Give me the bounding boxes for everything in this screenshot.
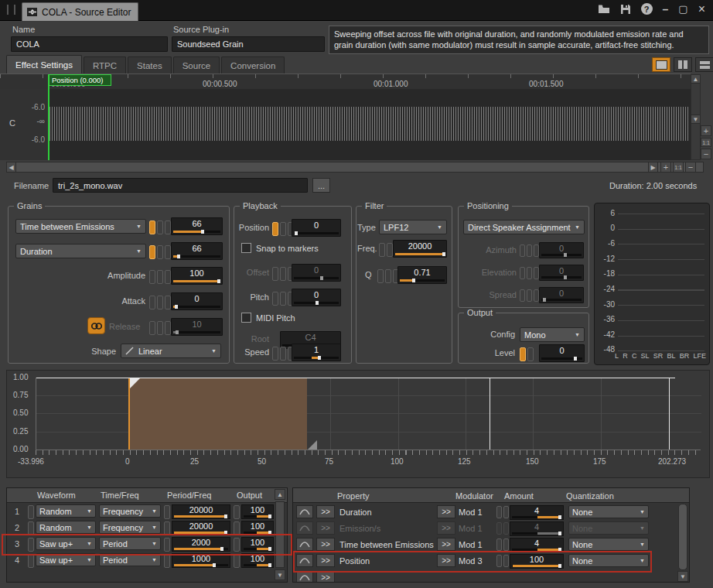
mod-indicator-icon[interactable] — [520, 347, 526, 361]
period-value-slider[interactable]: 2000 — [172, 537, 230, 552]
mod-indicator-icon[interactable] — [379, 243, 385, 257]
notes-field[interactable]: Sweeping offset across file with origina… — [329, 26, 709, 54]
mod-indicator-icon[interactable] — [28, 538, 34, 552]
shape-select[interactable]: Linear▼ — [121, 344, 221, 358]
output-value-slider[interactable]: 100 — [241, 537, 274, 552]
envelope-marker[interactable] — [669, 378, 670, 450]
azimuth-value-slider[interactable]: 0 — [539, 242, 584, 258]
mod-indicator-icon[interactable] — [165, 220, 171, 234]
amount-value-slider[interactable]: 4 — [510, 505, 564, 520]
attack-value-slider[interactable]: 0 — [171, 292, 223, 310]
mod-indicator-icon[interactable] — [520, 244, 525, 257]
amplitude-value-slider[interactable]: 100 — [171, 267, 223, 285]
mod-indicator-icon[interactable] — [503, 506, 509, 518]
positioning-mode-select[interactable]: Direct Speaker Assignment▼ — [463, 220, 585, 234]
column-header-quantization[interactable]: Quantization — [566, 491, 614, 501]
playhead[interactable] — [48, 74, 49, 160]
mod-indicator-icon[interactable] — [164, 554, 170, 568]
mod-indicator-icon[interactable] — [157, 245, 163, 259]
mod-indicator-icon[interactable] — [272, 292, 278, 306]
scroll-up-icon[interactable]: ▲ — [691, 74, 701, 84]
timefreq-select[interactable]: Period▼ — [99, 537, 161, 550]
assign-modulator-button[interactable]: >> — [437, 505, 455, 518]
midi-pitch-checkbox[interactable]: MIDI Pitch — [241, 313, 295, 323]
envelope-marker[interactable] — [490, 378, 490, 450]
mod-indicator-icon[interactable] — [157, 220, 163, 234]
column-header-modulator[interactable]: Modulator — [455, 491, 493, 501]
mod-indicator-icon[interactable] — [527, 267, 532, 279]
maximize-icon[interactable]: ▢ — [678, 3, 687, 15]
zoom-fit-vertical-icon[interactable]: 1:1 — [701, 138, 711, 147]
mod-indicator-icon[interactable] — [157, 270, 163, 284]
browse-button[interactable]: ... — [312, 178, 330, 193]
mod-indicator-icon[interactable] — [272, 222, 278, 236]
mod-indicator-icon[interactable] — [503, 538, 509, 551]
mod-indicator-icon[interactable] — [28, 554, 34, 568]
zoom-out-horizontal-icon[interactable]: − — [685, 162, 696, 173]
position-cursor-badge[interactable]: Position (0.000) — [49, 74, 111, 86]
spread-value-slider[interactable]: 0 — [539, 287, 584, 303]
waveform-hscrollbar[interactable] — [6, 162, 704, 173]
elevation-value-slider[interactable]: 0 — [539, 265, 584, 281]
release-value-slider[interactable]: 10 — [171, 318, 223, 336]
grain-param1-select[interactable]: Time between Emissions▼ — [15, 219, 146, 234]
assign-modulator-button[interactable]: >> — [437, 538, 455, 551]
mod-indicator-icon[interactable] — [527, 347, 534, 361]
assign-source-button[interactable]: >> — [316, 554, 335, 567]
assign-source-button[interactable]: >> — [316, 538, 335, 551]
table-vscrollbar[interactable] — [275, 501, 285, 568]
timefreq-select[interactable]: Period▼ — [99, 553, 161, 566]
mod-indicator-icon[interactable] — [520, 267, 525, 279]
amount-value-slider[interactable]: 100 — [510, 554, 564, 569]
mod-indicator-icon[interactable] — [234, 538, 240, 552]
curve-button[interactable] — [296, 505, 313, 518]
mod-indicator-icon[interactable] — [165, 245, 171, 259]
mod-indicator-icon[interactable] — [534, 244, 539, 257]
amount-value-slider[interactable]: 4 — [510, 538, 564, 552]
level-value-slider[interactable]: 0 — [539, 344, 585, 362]
amount-value-slider[interactable]: 4 — [510, 521, 564, 536]
source-plugin-field[interactable]: Soundseed Grain — [172, 36, 325, 52]
name-input[interactable]: COLA — [11, 36, 168, 52]
curve-button[interactable] — [296, 554, 313, 567]
mod-indicator-icon[interactable] — [272, 347, 278, 361]
mod-indicator-icon[interactable] — [164, 505, 170, 519]
mod-indicator-icon[interactable] — [272, 267, 278, 281]
curve-button[interactable] — [296, 538, 313, 551]
offset-value-slider[interactable]: 0 — [292, 264, 341, 282]
mod-indicator-icon[interactable] — [496, 538, 502, 551]
quantization-select[interactable]: None▼ — [568, 505, 649, 518]
mod-indicator-icon[interactable] — [496, 522, 502, 535]
save-icon[interactable] — [620, 4, 631, 15]
assign-source-button[interactable]: >> — [316, 521, 335, 535]
layout-vertical-split-icon[interactable] — [674, 57, 692, 72]
help-icon[interactable]: ? — [641, 3, 653, 15]
column-header-property[interactable]: Property — [337, 491, 370, 501]
selection-start-flag[interactable] — [130, 378, 140, 388]
grain-selection-region[interactable] — [128, 378, 307, 450]
table-scroll-down-icon[interactable]: ▼ — [275, 569, 285, 580]
document-tab[interactable]: COLA - Source Editor — [22, 2, 138, 21]
filter-freq-slider[interactable]: 20000 — [393, 240, 447, 258]
close-icon[interactable]: × — [698, 5, 705, 14]
period-value-slider[interactable]: 20000 — [172, 504, 230, 519]
snap-to-markers-checkbox[interactable]: Snap to markers — [241, 243, 319, 253]
drag-handle-icon[interactable] — [7, 5, 15, 15]
column-header-timefreq[interactable]: Time/Freq — [101, 491, 139, 500]
waveform-select[interactable]: Random▼ — [36, 521, 96, 534]
mod-indicator-icon[interactable] — [149, 245, 155, 259]
mod-indicator-icon[interactable] — [503, 522, 509, 535]
open-folder-icon[interactable] — [598, 4, 610, 14]
speed-value-slider[interactable]: 1 — [292, 344, 341, 361]
mod-indicator-icon[interactable] — [149, 321, 155, 335]
quantization-select[interactable]: None▼ — [568, 521, 649, 535]
assign-modulator-button[interactable]: >> — [437, 554, 455, 567]
mod-indicator-icon[interactable] — [234, 554, 240, 568]
period-value-slider[interactable]: 1000 — [172, 553, 230, 568]
mod-indicator-icon[interactable] — [534, 267, 539, 279]
mod-indicator-icon[interactable] — [385, 269, 391, 283]
mod-indicator-icon[interactable] — [503, 555, 509, 567]
output-value-slider[interactable]: 100 — [241, 553, 274, 568]
column-header-output[interactable]: Output — [237, 491, 262, 500]
assign-modulator-button[interactable]: >> — [437, 521, 455, 535]
